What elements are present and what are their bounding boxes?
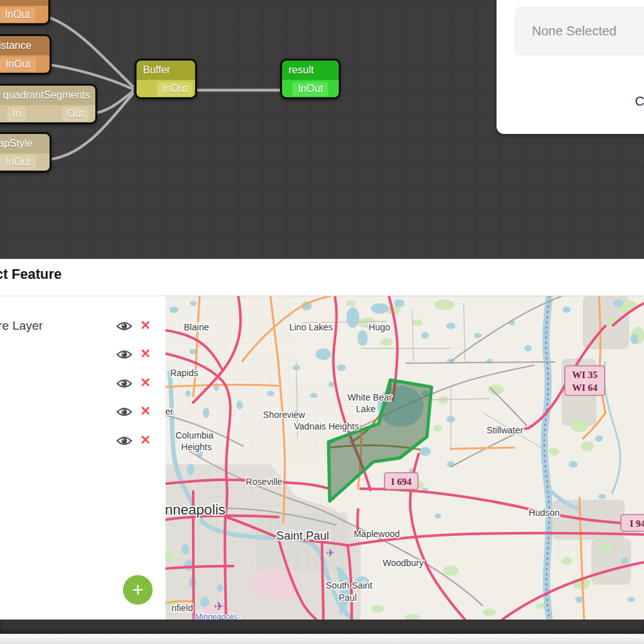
delete-layer-icon[interactable]: ✕ xyxy=(138,317,153,333)
map-canvas[interactable]: I 694WI 35WI 64I 94 BlaineLino LakesHugo… xyxy=(166,296,644,620)
map-label: White Bear xyxy=(347,392,392,402)
inspector-panel: None Selected C xyxy=(497,0,644,134)
map-label: Woodbury xyxy=(383,558,424,568)
visibility-eye-icon[interactable] xyxy=(117,378,132,389)
node-quadrantsegments-port-in[interactable]: In xyxy=(7,107,26,121)
road-shield: WI 35WI 64 xyxy=(565,366,605,395)
map-label: Maplewood xyxy=(354,529,400,539)
layer-panel: re Layer ✕ ✕ ✕ xyxy=(0,296,166,620)
map-label: Columbia xyxy=(175,430,213,440)
map-label: Shoreview xyxy=(263,410,305,420)
map-label: Lake xyxy=(356,404,376,414)
map-label: Lino Lakes xyxy=(289,322,333,332)
map-view[interactable]: I 694WI 35WI 64I 94 BlaineLino LakesHugo… xyxy=(166,296,644,620)
node-geom-title: geom xyxy=(0,0,48,6)
visibility-eye-icon[interactable] xyxy=(117,321,132,332)
delete-layer-icon[interactable]: ✕ xyxy=(138,375,153,390)
visibility-eye-icon[interactable] xyxy=(117,406,132,417)
map-label: Stillwater xyxy=(487,425,524,435)
selection-status-text: None Selected xyxy=(515,24,616,39)
node-buffer-title: Buffer xyxy=(137,61,195,80)
section-title: ct Feature xyxy=(0,267,62,283)
layer-row[interactable]: ✕ xyxy=(0,402,161,422)
node-result[interactable]: result InOut xyxy=(280,59,341,99)
svg-text:I 694: I 694 xyxy=(391,477,412,487)
close-button[interactable]: C xyxy=(635,94,644,109)
svg-text:WI 64: WI 64 xyxy=(572,383,598,393)
layer-name: re Layer xyxy=(0,319,43,333)
node-distance-port-inout[interactable]: InOut xyxy=(0,57,35,71)
layer-row[interactable]: ✕ xyxy=(0,374,161,393)
node-distance[interactable]: distance InOut xyxy=(0,34,52,75)
svg-text:WI 35: WI 35 xyxy=(572,370,598,380)
node-geom[interactable]: geom InOut xyxy=(0,0,50,25)
delete-layer-icon[interactable]: ✕ xyxy=(138,346,153,361)
visibility-eye-icon[interactable] xyxy=(117,435,132,446)
node-quadrantsegments[interactable]: quadrantSegments In Out xyxy=(0,84,97,124)
node-quadrantsegments-title: quadrantSegments xyxy=(0,86,95,105)
bottom-editor-strip xyxy=(0,620,644,634)
layer-row[interactable]: re Layer ✕ xyxy=(0,317,161,336)
svg-text:I 94: I 94 xyxy=(630,518,644,529)
node-capstyle-port-inout[interactable]: InOut xyxy=(0,155,35,169)
delete-layer-icon[interactable]: ✕ xyxy=(138,403,153,419)
road-shield: I 94 xyxy=(621,515,644,531)
bottom-panel-edge xyxy=(0,634,644,644)
edge-geom-buffer xyxy=(46,17,133,86)
app-window: geom InOut distance InOut quadrantSegmen… xyxy=(0,0,644,644)
airport-icon: ✈ xyxy=(326,547,334,558)
map-label: Rapids xyxy=(170,368,198,378)
feature-section-header: ct Feature xyxy=(0,259,644,296)
selection-status-box: None Selected xyxy=(515,6,644,55)
node-geom-port-inout[interactable]: InOut xyxy=(0,8,35,22)
map-label: Hudson xyxy=(529,507,560,518)
road-shield: I 694 xyxy=(384,473,418,489)
node-editor-canvas[interactable]: geom InOut distance InOut quadrantSegmen… xyxy=(0,0,644,259)
map-label: Paul xyxy=(339,592,357,603)
map-label: South Saint xyxy=(326,580,372,591)
map-label: Blaine xyxy=(184,322,209,332)
node-quadrantsegments-port-out[interactable]: Out xyxy=(62,107,89,121)
node-result-title: result xyxy=(282,61,339,80)
delete-layer-icon[interactable]: ✕ xyxy=(138,432,153,448)
node-buffer-port-inout[interactable]: InOut xyxy=(157,82,193,96)
add-layer-button[interactable]: + xyxy=(123,575,153,605)
map-label: Roseville xyxy=(246,477,283,487)
map-label: Saint Paul xyxy=(276,529,329,542)
layer-row[interactable]: ✕ xyxy=(0,345,161,365)
map-label: nneapolis xyxy=(166,502,225,518)
map-label: Vadnais Heights xyxy=(294,421,359,431)
map-label: nfield xyxy=(171,603,193,613)
map-label: Hugo xyxy=(368,322,390,332)
node-buffer[interactable]: Buffer InOut xyxy=(135,59,197,99)
node-capstyle-title: capStyle xyxy=(0,134,50,153)
node-result-port-inout[interactable]: InOut xyxy=(292,82,328,96)
layer-row[interactable]: ✕ xyxy=(0,431,161,451)
airport-icon: ✈ xyxy=(214,600,224,613)
map-label: er xyxy=(166,406,174,417)
node-capstyle[interactable]: capStyle InOut xyxy=(0,132,52,173)
feature-workspace: re Layer ✕ ✕ ✕ xyxy=(0,296,644,620)
visibility-eye-icon[interactable] xyxy=(117,349,132,360)
map-label: Heights xyxy=(181,442,211,452)
node-distance-title: distance xyxy=(0,36,50,55)
